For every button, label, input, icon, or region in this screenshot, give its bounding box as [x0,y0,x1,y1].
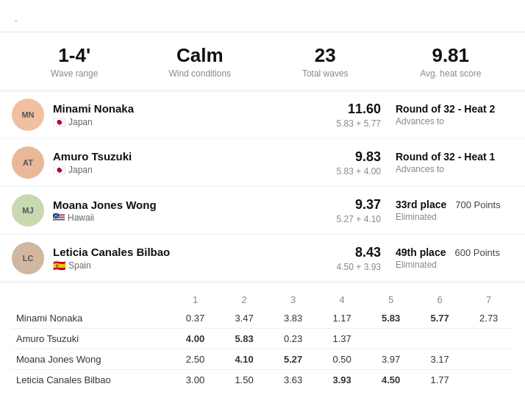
scorecard-header-wave-1: 1 [171,291,220,308]
scorecard-header-wave-3: 3 [268,291,318,308]
scorecard-score-2-2: 5.27 [268,349,318,370]
result-advance-3: 49th place [396,246,446,258]
scorecard-header-wave-2: 2 [220,291,269,308]
stat-label-3: Avg. heat score [388,68,514,79]
scorecard-table: 1234567Minami Nonaka0.373.473.831.175.83… [12,291,513,390]
result-points-2: 700 Points [455,199,500,210]
result-advance-2: 33rd place [396,199,446,210]
scorecard-score-2-0: 2.50 [171,349,220,370]
scorecard-score-1-2: 0.23 [268,329,318,349]
country-name-2: Hawaii [68,213,94,223]
svg-rect-6 [53,219,65,221]
surfer-breakdown-3: 4.50 + 3.93 [337,262,381,272]
scorecard-score-0-1: 3.47 [220,308,269,329]
scorecard-header-wave-6: 6 [415,291,465,308]
scorecard-row-2: Moana Jones Wong2.504.105.270.503.973.17 [12,349,513,370]
scorecard-score-0-2: 3.83 [268,308,318,329]
flag-0: 🇯🇵 [53,116,65,128]
scorecard-score-3-4: 4.50 [366,370,415,391]
surfer-total-3: 8.43 [337,245,381,260]
scorecard-header-wave-7: 7 [464,291,513,308]
stat-label-1: Wind conditions [138,68,263,79]
stat-value-3: 9.81 [388,44,514,67]
result-label-2: Eliminated [396,212,513,222]
surfer-row-3: LC Leticia Canales Bilbao 🇪🇸 Spain 8.43 … [0,235,525,282]
stat-item-2: 23 Total waves [262,44,388,79]
scorecard-score-1-4 [366,329,415,349]
stat-value-1: Calm [138,44,263,67]
surfers-section: MN Minami Nonaka 🇯🇵 Japan 11.60 5.83 + 5… [0,91,525,282]
country-name-3: Spain [68,260,91,271]
scorecard-name-1: Amuro Tsuzuki [12,329,171,349]
scorecard-name-2: Moana Jones Wong [12,349,171,370]
result-advance-0: Round of 32 - Heat 2 [396,103,495,115]
surfer-breakdown-2: 5.27 + 4.10 [337,214,381,224]
scorecard-score-3-3: 3.93 [318,370,367,391]
scorecard-score-0-0: 0.37 [171,308,220,329]
surfer-total-2: 9.37 [337,197,381,213]
scorecard-name-0: Minami Nonaka [12,308,171,329]
scorecard-score-0-4: 5.83 [366,308,415,329]
scorecard-row-1: Amuro Tsuzuki4.005.830.231.37 [12,329,513,349]
scorecard-score-1-0: 4.00 [171,329,220,349]
surfer-country-2: Hawaii [53,213,337,223]
surfer-result-1: Round of 32 - Heat 1 Advances to [396,151,513,174]
svg-rect-5 [53,218,65,219]
flag-3: 🇪🇸 [53,260,65,271]
surfer-row-2: MJ Moana Jones Wong Hawaii 9.37 5.27 + 4… [0,187,525,235]
scorecard-score-1-6 [464,329,513,349]
scorecard-row-0: Minami Nonaka0.373.473.831.175.835.772.7… [12,308,513,329]
surfer-country-0: 🇯🇵 Japan [53,116,337,128]
stat-label-0: Wave range [12,68,138,79]
scorecard-score-3-6 [464,370,513,391]
scorecard-score-3-2: 3.63 [268,370,318,391]
scorecard-row-3: Leticia Canales Bilbao3.001.503.633.934.… [12,370,513,391]
surfer-row-0: MN Minami Nonaka 🇯🇵 Japan 11.60 5.83 + 5… [0,91,525,139]
scorecard-score-2-3: 0.50 [318,349,367,370]
surfer-total-1: 9.83 [337,149,381,165]
surfer-scores-2: 9.37 5.27 + 4.10 [337,197,381,224]
result-points-3: 600 Points [454,247,499,258]
stat-item-1: Calm Wind conditions [138,44,263,79]
surfer-scores-0: 11.60 5.83 + 5.77 [337,102,381,129]
scorecard-score-1-1: 5.83 [220,329,269,349]
surfer-country-1: 🇯🇵 Japan [53,164,337,176]
surfer-info-0: Minami Nonaka 🇯🇵 Japan [53,102,337,128]
surfer-name-2: Moana Jones Wong [53,199,337,211]
scorecard-score-2-1: 4.10 [220,349,269,370]
avatar-2: MJ [12,194,44,227]
scorecard-score-2-5: 3.17 [415,349,465,370]
header: · [0,0,525,32]
stat-value-0: 1-4' [12,44,138,67]
surfer-name-1: Amuro Tsuzuki [53,150,337,163]
scorecard-score-1-3: 1.37 [318,329,367,349]
stat-label-2: Total waves [262,68,388,79]
scorecard-score-3-5: 1.77 [415,370,465,391]
surfer-row-1: AT Amuro Tsuzuki 🇯🇵 Japan 9.83 5.83 + 4.… [0,139,525,187]
surfer-result-3: 49th place 600 Points Eliminated [396,246,513,270]
scorecard-header-wave-5: 5 [366,291,415,308]
svg-rect-7 [53,220,65,221]
result-label-1: Advances to [396,164,513,174]
header-meta: · [12,15,513,26]
scorecard-header-name [12,291,171,308]
scorecard-score-0-5: 5.77 [415,308,465,329]
surfer-total-0: 11.60 [337,102,381,117]
scorecard-score-1-5 [415,329,465,349]
surfer-breakdown-0: 5.83 + 5.77 [337,118,381,129]
scorecard-score-2-6 [464,349,513,370]
scorecard-score-0-6: 2.73 [464,308,513,329]
surfer-name-0: Minami Nonaka [53,102,337,115]
surfer-result-0: Round of 32 - Heat 2 Advances to [396,103,513,127]
avatar-1: AT [12,146,44,179]
flag-1: 🇯🇵 [53,164,65,176]
avatar-3: LC [12,242,44,274]
surfer-name-3: Leticia Canales Bilbao [53,246,337,258]
stat-item-0: 1-4' Wave range [12,44,138,79]
surfer-breakdown-1: 5.83 + 4.00 [337,166,381,177]
surfer-info-2: Moana Jones Wong Hawaii [53,199,337,223]
scorecard-score-3-1: 1.50 [220,370,269,391]
scorecard-score-2-4: 3.97 [366,349,415,370]
surfer-country-3: 🇪🇸 Spain [53,260,337,271]
result-label-0: Advances to [396,116,513,127]
